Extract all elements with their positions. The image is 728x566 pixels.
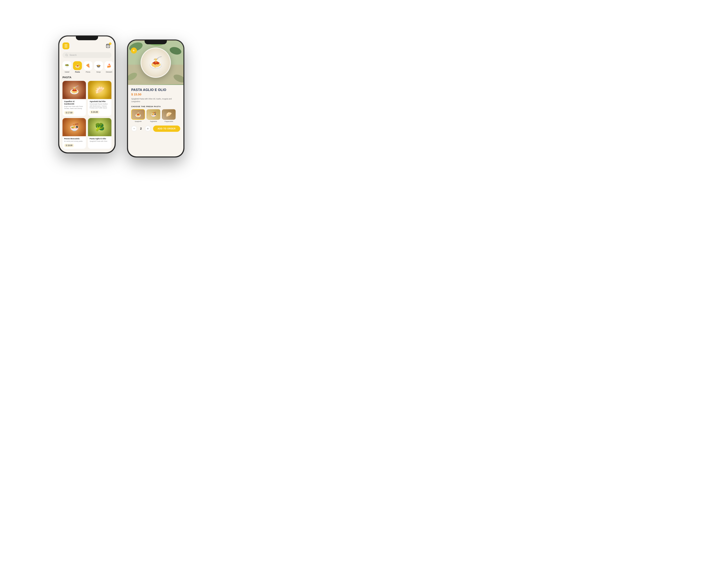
quantity-value: 2 [139,127,143,130]
spaghetti-image: 🍝 [131,109,145,120]
search-icon [65,54,68,56]
food-card-4[interactable]: 🥦 Pasta Aglio E Olio Spaghetti Pasta wit… [88,118,111,149]
search-bar[interactable]: Search [62,52,111,58]
menu-button[interactable] [62,42,69,49]
phone-1-header: 1 [62,42,111,49]
food-grid: 🍝 Capellini Al Gamberetti Angel Hair Pas… [62,81,111,149]
cart-button[interactable]: 1 [105,42,111,49]
soup-icon: 🍲 [96,64,101,68]
phone-2: 🍝 PASTA AGLIO E OLIO $ 15.50 Spaghetti P… [127,40,184,157]
food-info-4: Pasta Aglio E Olio Spaghetti Pasta with … [88,136,111,145]
food-image-2: 🥟 [88,81,111,99]
pasta-option-pappardelle[interactable]: 🥟 Pappardelle [162,109,176,122]
food-image-4: 🥦 [88,118,111,136]
detail-description: Spaghetti Pasta with Olive Oil, Garlic, … [131,98,180,103]
food-desc-3: An earthy and smoky pasta [64,140,84,142]
pasta-icon-wrap: 🍝 [73,61,82,70]
pasta-options: 🍝 Spaghetti 🍜 Tagliatelle 🥟 [131,109,180,122]
back-arrow-icon [132,49,135,52]
food-price-3: $ 18.00 [64,144,74,147]
cart-badge: 1 [109,42,111,45]
food-name-4: Pasta Aglio E Olio [90,138,110,140]
pizza-icon-wrap: 🍕 [84,61,92,70]
food-card-3[interactable]: 🍜 Penne Boscaiola An earthy and smoky pa… [62,118,86,149]
section-title: PASTA [62,76,111,79]
menu-line-3 [65,47,67,47]
phone-2-content: 🍝 PASTA AGLIO E OLIO $ 15.50 Spaghetti P… [128,40,183,157]
pasta-bowl: 🍝 [141,48,171,78]
food-desc-2: Homemade Ravioli Stuffed with Mushrooms,… [90,103,110,109]
menu-line-1 [65,44,67,45]
food-info-1: Capellini Al Gamberetti Angel Hair Pasta… [62,99,86,116]
spaghetti-icon: 🍝 [135,112,141,117]
dessert-icon: 🍰 [107,64,111,68]
food-card-2[interactable]: 🥟 Agnolotti Dal Plin Homemade Ravioli St… [88,81,111,116]
soup-label: Soup [96,71,101,73]
detail-body: PASTA AGLIO E OLIO $ 15.50 Spaghetti Pas… [128,85,183,135]
salad-icon: 🥗 [65,64,69,68]
menu-line-2 [65,46,67,46]
salad-label: Salad [65,71,69,73]
category-pasta[interactable]: 🍝 Pasta [73,61,82,73]
food-image-1: 🍝 [62,81,86,99]
food-info-2: Agnolotti Dal Plin Homemade Ravioli Stuf… [88,99,111,116]
search-placeholder: Search [70,54,77,56]
pasta-label: Pasta [75,71,80,73]
pizza-label: Pizza [86,71,90,73]
food-image-3: 🍜 [62,118,86,136]
dessert-icon-wrap: 🍰 [105,61,113,70]
phone-1-screen: 1 Search 🥗 Salad � [59,36,115,153]
food-price-1: $ 17.50 [64,111,74,114]
food-desc-4: Spaghetti Pasta with Olive [90,140,110,142]
choose-pasta-label: CHOOSE THE FRESH PASTA [131,106,180,108]
food-price-2: $ 24.00 [90,110,99,114]
pappardelle-image: 🥟 [162,109,176,120]
quantity-decrease-button[interactable]: − [131,126,137,131]
soup-icon-wrap: 🍲 [94,61,103,70]
back-button[interactable] [131,48,137,54]
spaghetti-label: Spaghetti [135,121,142,122]
category-salad[interactable]: 🥗 Salad [62,61,71,73]
pasta-icon: 🍝 [75,64,80,68]
category-soup[interactable]: 🍲 Soup [94,61,103,73]
tagliatelle-icon: 🍜 [150,112,157,117]
food-desc-1: Angel Hair Pasta with Fresh Tomato, Garl… [64,106,84,110]
food-info-3: Penne Boscaiola An earthy and smoky past… [62,136,86,149]
food-name-1: Capellini Al Gamberetti [64,100,84,105]
add-to-order-button[interactable]: ADD TO ORDER [153,126,180,132]
tagliatelle-image: 🍜 [147,109,160,120]
detail-price: $ 15.50 [131,93,180,96]
phone-1: 1 Search 🥗 Salad � [59,36,115,153]
food-name-2: Agnolotti Dal Plin [90,100,110,103]
tagliatelle-label: Tagliatelle [150,121,157,122]
categories-bar: 🥗 Salad 🍝 Pasta 🍕 Pizza [62,61,111,73]
pappardelle-label: Pappardelle [165,121,173,122]
category-pizza[interactable]: 🍕 Pizza [84,61,92,73]
hero-image: 🍝 [128,40,183,85]
quantity-increase-button[interactable]: + [145,126,151,131]
pappardelle-icon: 🥟 [166,112,172,117]
pizza-icon: 🍕 [86,64,90,68]
dessert-label: Dessert [106,71,112,73]
phone-2-screen: 🍝 PASTA AGLIO E OLIO $ 15.50 Spaghetti P… [128,40,183,157]
salad-icon-wrap: 🥗 [62,61,71,70]
order-controls: − 2 + ADD TO ORDER [131,126,180,132]
phone-1-content: 1 Search 🥗 Salad � [59,36,115,153]
detail-title: PASTA AGLIO E OLIO [131,88,180,92]
phone-1-notch [76,36,98,40]
pasta-option-spaghetti[interactable]: 🍝 Spaghetti [131,109,145,122]
phone-2-notch [145,40,167,44]
bowl-emoji: 🍝 [149,56,163,69]
food-card-1[interactable]: 🍝 Capellini Al Gamberetti Angel Hair Pas… [62,81,86,116]
food-name-3: Penne Boscaiola [64,138,84,140]
category-dessert[interactable]: 🍰 Dessert [105,61,113,73]
pasta-option-tagliatelle[interactable]: 🍜 Tagliatelle [147,109,160,122]
